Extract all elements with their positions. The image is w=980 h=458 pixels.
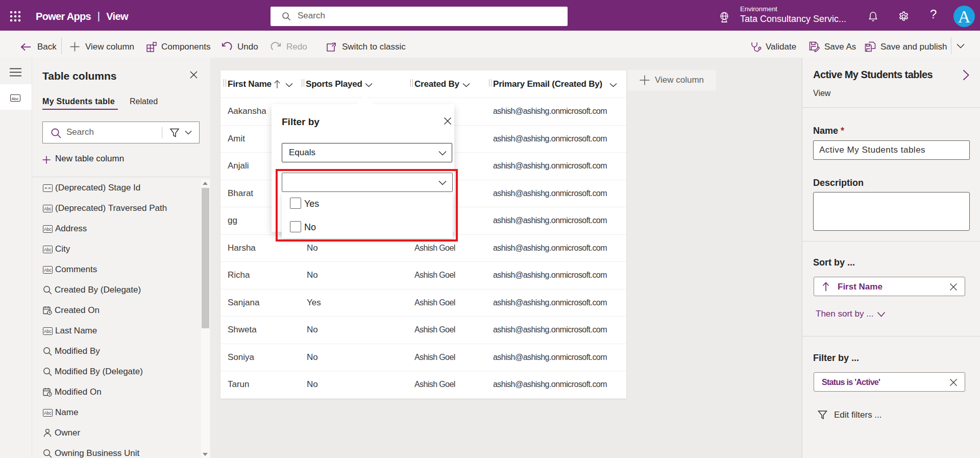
- svg-text:Abc: Abc: [44, 206, 52, 211]
- svg-text:Abc: Abc: [44, 247, 52, 252]
- svg-text:Abc: Abc: [44, 411, 52, 416]
- svg-text:Abc: Abc: [44, 268, 52, 273]
- svg-text:Abc: Abc: [44, 227, 52, 232]
- svg-text:Abc: Abc: [11, 97, 18, 101]
- svg-text:Abc: Abc: [44, 329, 52, 334]
